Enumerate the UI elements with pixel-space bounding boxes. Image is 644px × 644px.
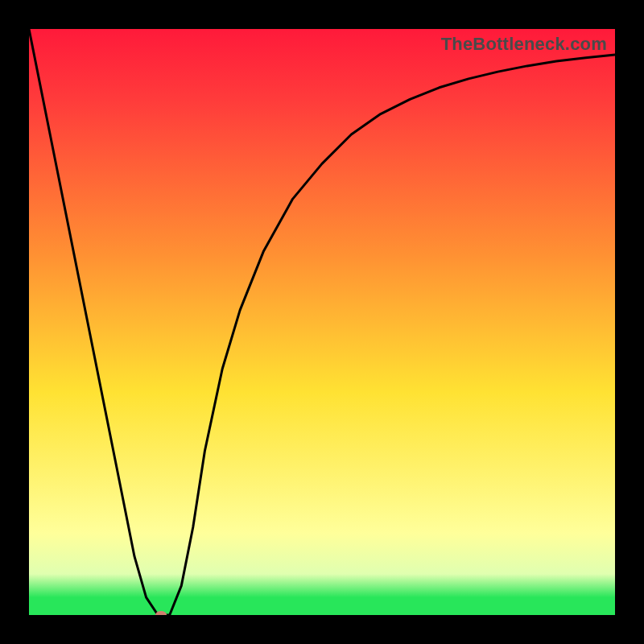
bottleneck-curve — [29, 29, 615, 615]
plot-area: TheBottleneck.com — [29, 29, 615, 615]
min-marker — [155, 611, 167, 615]
chart-frame: TheBottleneck.com — [0, 0, 644, 644]
